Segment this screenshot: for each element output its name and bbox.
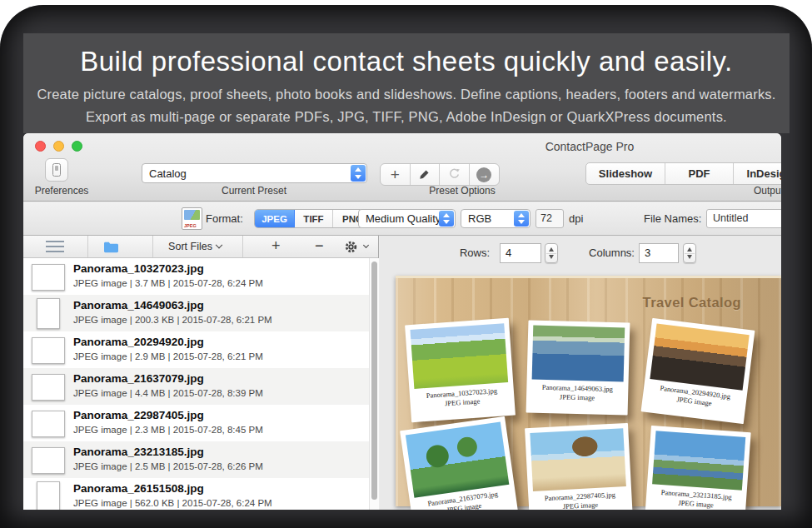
dpi-label: dpi xyxy=(569,202,583,235)
photo-type: JPEG image xyxy=(560,392,595,401)
photo-image xyxy=(530,428,626,491)
columns-stepper[interactable] xyxy=(683,243,696,263)
file-thumbnail xyxy=(32,447,65,474)
preview-photo: Panorama_20294920.jpg JPEG image xyxy=(641,318,755,424)
indesign-button[interactable]: InDesign xyxy=(734,163,781,184)
sidebar-scrollbar-thumb[interactable] xyxy=(371,262,377,500)
rows-label: Rows: xyxy=(455,243,490,263)
photo-image xyxy=(406,422,509,498)
sort-files-label: Sort Files xyxy=(168,241,212,252)
quality-value: Medium Quality xyxy=(366,210,441,227)
sidebar-header-bar: Sort Files + − xyxy=(23,236,378,258)
photo-type: JPEG image xyxy=(678,498,714,509)
photo-type: JPEG image xyxy=(445,396,481,407)
zoom-window-button[interactable] xyxy=(72,141,82,152)
close-window-button[interactable] xyxy=(35,141,46,152)
preview-photo: Panorama_22987405.jpg JPEG image xyxy=(525,423,633,510)
photo-image xyxy=(410,323,508,389)
sidebar-scrollbar-track[interactable] xyxy=(369,258,379,510)
current-preset-dropdown[interactable]: Catalog xyxy=(142,163,367,183)
pdf-button[interactable]: PDF xyxy=(665,163,734,184)
file-thumbnail xyxy=(37,298,60,329)
jpeg-file-icon-badge: JPEG xyxy=(184,223,197,228)
list-view-icon[interactable] xyxy=(46,241,64,253)
format-option-tiff[interactable]: TIFF xyxy=(295,210,333,227)
file-thumbnail xyxy=(37,481,60,510)
file-details: JPEG image | 3.7 MB | 2015-07-28, 6:24 P… xyxy=(73,278,263,288)
apply-preset-button[interactable]: → xyxy=(470,164,500,185)
current-preset-label: Current Preset xyxy=(171,185,337,197)
dpi-input[interactable]: 72 xyxy=(536,209,564,228)
folder-icon[interactable] xyxy=(103,241,119,253)
format-option-jpeg[interactable]: JPEG xyxy=(255,210,295,227)
marketing-page: Build professional contact sheets quickl… xyxy=(0,0,812,528)
file-sidebar: Sort Files + − Panora xyxy=(23,236,379,510)
chevron-down-icon xyxy=(216,242,222,248)
file-row[interactable]: Panorama_21637079.jpg JPEG image | 4.4 M… xyxy=(23,368,369,405)
file-name: Panorama_20294920.jpg xyxy=(73,336,204,348)
file-row[interactable]: Panorama_23213185.jpg JPEG image | 2.5 M… xyxy=(23,441,369,478)
rows-input[interactable]: 4 xyxy=(500,243,541,263)
jpeg-file-icon-picture xyxy=(184,210,200,220)
columns-input[interactable]: 3 xyxy=(639,243,679,263)
add-files-button[interactable]: + xyxy=(271,236,281,258)
app-window: ContactPage Pro Preferences Catalog Curr… xyxy=(23,133,781,510)
preview-panel: Rows: 4 Columns: 3 Travel Catalog Panora… xyxy=(380,236,781,510)
remove-files-button[interactable]: − xyxy=(315,236,324,258)
file-list: Panorama_10327023.jpg JPEG image | 3.7 M… xyxy=(23,258,369,510)
preset-options-label: Preset Options xyxy=(396,185,529,197)
file-row[interactable]: Panorama_20294920.jpg JPEG image | 2.9 M… xyxy=(23,331,369,368)
file-row[interactable]: Panorama_10327023.jpg JPEG image | 3.7 M… xyxy=(23,258,369,295)
add-preset-button[interactable]: + xyxy=(381,164,411,185)
file-names-input[interactable]: Untitled xyxy=(706,209,781,228)
file-thumbnail xyxy=(32,264,65,291)
content-area: Sort Files + − Panora xyxy=(23,236,781,510)
file-row[interactable]: Panorama_26151508.jpg JPEG image | 562.0… xyxy=(23,478,369,510)
gear-icon xyxy=(344,240,358,254)
edit-preset-button[interactable] xyxy=(411,164,441,185)
preview-photo: Panorama_23213185.jpg JPEG image xyxy=(645,426,750,510)
preview-photo: Panorama_21637079.jpg JPEG image xyxy=(400,416,519,510)
hero-subtitle-line2: Export as multi-page or separate PDFs, J… xyxy=(23,109,790,125)
preferences-label: Preferences xyxy=(23,185,100,197)
photo-image xyxy=(532,326,625,382)
file-details: JPEG image | 562.0 KB | 2015-07-28, 6:24… xyxy=(73,498,272,508)
format-bar: JPEG Format: JPEG TIFF PNG Medium Qualit… xyxy=(23,202,781,236)
file-details: JPEG image | 2.9 MB | 2015-07-28, 6:21 P… xyxy=(73,351,263,361)
indesign-button-label: InDesign xyxy=(747,167,781,180)
contact-sheet-preview: Travel Catalog Panorama_10327023.jpg JPE… xyxy=(396,276,781,506)
minimize-window-button[interactable] xyxy=(53,141,64,152)
hero-title: Build professional contact sheets quickl… xyxy=(23,46,790,77)
colorspace-value: RGB xyxy=(468,210,491,227)
quality-dropdown[interactable]: Medium Quality xyxy=(358,209,456,228)
file-name: Panorama_14649063.jpg xyxy=(73,299,204,311)
file-row[interactable]: Panorama_22987405.jpg JPEG image | 2.3 M… xyxy=(23,405,369,441)
chevron-down-icon xyxy=(363,242,369,248)
file-details: JPEG image | 200.3 KB | 2015-07-28, 6:21… xyxy=(73,315,272,325)
dropdown-stepper-icon xyxy=(439,211,454,227)
file-name: Panorama_21637079.jpg xyxy=(73,372,204,385)
preferences-icon xyxy=(52,163,61,177)
sort-files-menu[interactable]: Sort Files xyxy=(159,236,231,258)
file-row[interactable]: Panorama_14649063.jpg JPEG image | 200.3… xyxy=(23,295,369,331)
reset-preset-button[interactable] xyxy=(440,164,470,185)
colorspace-dropdown[interactable]: RGB xyxy=(461,209,531,228)
file-details: JPEG image | 4.4 MB | 2015-07-28, 8:39 P… xyxy=(73,388,263,398)
jpeg-file-icon: JPEG xyxy=(182,207,202,230)
photo-type: JPEG image xyxy=(563,501,599,510)
preferences-button[interactable] xyxy=(45,158,68,182)
output-buttons-group: Slideshow PDF InDesign xyxy=(585,162,781,185)
rows-stepper[interactable] xyxy=(545,243,558,263)
file-thumbnail xyxy=(32,411,65,437)
file-names-label: File Names: xyxy=(644,202,701,235)
slideshow-button[interactable]: Slideshow xyxy=(586,163,665,184)
format-label: Format: xyxy=(206,202,243,235)
format-option-jpeg-label: JPEG xyxy=(262,214,287,224)
file-details: JPEG image | 2.3 MB | 2015-07-28, 8:45 P… xyxy=(73,425,263,435)
actions-menu-button[interactable] xyxy=(344,240,358,257)
photo-image xyxy=(652,431,745,490)
file-name: Panorama_26151508.jpg xyxy=(73,482,204,495)
current-preset-value: Catalog xyxy=(149,164,187,182)
dropdown-stepper-icon xyxy=(351,165,366,182)
photo-caption: Panorama_14649063.jpg xyxy=(542,383,613,393)
